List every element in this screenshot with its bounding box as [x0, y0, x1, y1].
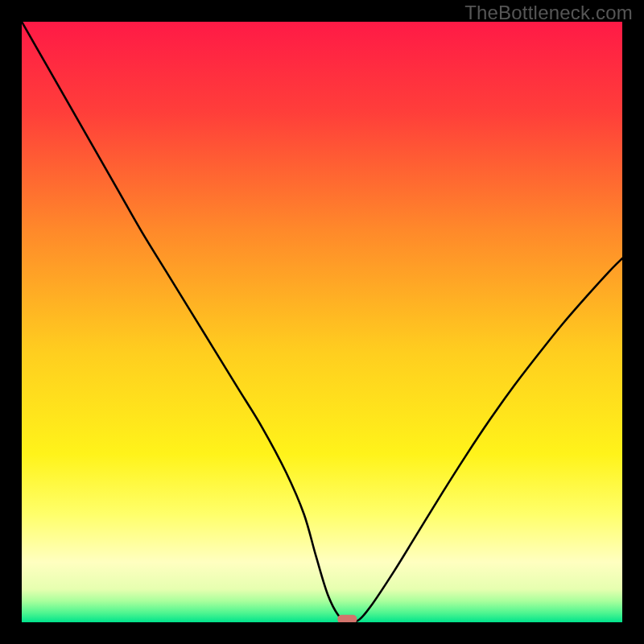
optimal-marker — [337, 615, 357, 624]
chart-frame: { "watermark": "TheBottleneck.com", "cha… — [0, 0, 644, 644]
bottleneck-chart — [0, 0, 644, 644]
gradient-background — [22, 22, 622, 622]
watermark-text: TheBottleneck.com — [464, 2, 633, 24]
